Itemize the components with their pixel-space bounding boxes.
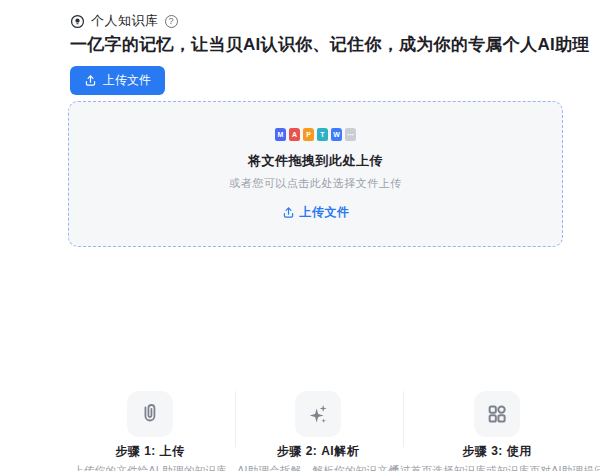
step-ai-parse: 步骤 2: AI解析 AI助理会拆解、解析你的知识文件	[237, 391, 399, 471]
dropzone-main-text: 将文件拖拽到此处上传	[248, 152, 383, 170]
step-upload: 步骤 1: 上传 上传你的文件给AI 助理的知识库	[73, 391, 227, 471]
upload-file-button[interactable]: 上传文件	[70, 66, 165, 95]
step-divider	[235, 391, 236, 447]
upload-icon	[84, 74, 97, 87]
step-description: 上传你的文件给AI 助理的知识库	[73, 464, 227, 471]
step-title: 步骤 1: 上传	[73, 443, 227, 460]
supported-file-type-icons: M A P T W ⋯	[275, 128, 356, 141]
word-file-icon: W	[331, 128, 342, 141]
sparkles-icon	[306, 402, 330, 426]
hero-heading: 一亿字的记忆，让当贝AI认识你、记住你，成为你的专属个人AI助理	[70, 33, 590, 56]
step-title: 步骤 3: 使用	[389, 443, 600, 460]
step-use: 步骤 3: 使用 通过首页选择知识库或知识库页对AI助理提问	[389, 391, 600, 471]
help-icon[interactable]: ?	[165, 15, 178, 28]
step-title: 步骤 2: AI解析	[237, 443, 399, 460]
ppt-file-icon: P	[303, 128, 314, 141]
page-title: 个人知识库	[91, 12, 159, 30]
apps-grid-icon	[485, 402, 509, 426]
page-header: 个人知识库 ?	[70, 12, 178, 30]
markdown-file-icon: M	[275, 128, 286, 141]
dropzone-sub-text: 或者您可以点击此处选择文件上传	[229, 176, 402, 191]
upload-file-link[interactable]: 上传文件	[282, 204, 350, 221]
knowledge-base-icon	[70, 14, 85, 29]
personal-knowledge-base-page: 个人知识库 ? 一亿字的记忆，让当贝AI认识你、记住你，成为你的专属个人AI助理…	[0, 0, 600, 471]
step-description: 通过首页选择知识库或知识库页对AI助理提问	[389, 464, 600, 471]
more-file-types-icon: ⋯	[345, 128, 356, 141]
step-description: AI助理会拆解、解析你的知识文件	[237, 464, 399, 471]
file-dropzone[interactable]: M A P T W ⋯ 将文件拖拽到此处上传 或者您可以点击此处选择文件上传 上…	[68, 101, 563, 247]
paperclip-icon	[138, 402, 162, 426]
upload-icon	[282, 206, 295, 219]
txt-file-icon: T	[317, 128, 328, 141]
pdf-file-icon: A	[289, 128, 300, 141]
